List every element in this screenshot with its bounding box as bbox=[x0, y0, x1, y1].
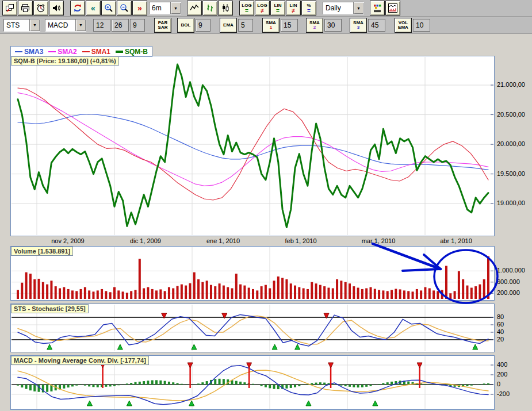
volume-chart-panel[interactable] bbox=[10, 246, 495, 301]
macd-histogram-bar bbox=[214, 379, 216, 385]
scale-button-op: ≠ bbox=[292, 8, 295, 13]
volume-bar bbox=[307, 289, 309, 299]
volume-bar bbox=[483, 279, 485, 299]
ema-button[interactable]: EMA bbox=[220, 18, 237, 33]
sma2-button[interactable]: SMA 2 bbox=[306, 18, 323, 33]
line-chart-type-button[interactable] bbox=[187, 1, 202, 16]
sma1-button[interactable]: SMA 1 bbox=[262, 18, 280, 33]
date-axis-label: ene 1, 2010 bbox=[194, 237, 252, 244]
volume-bar bbox=[269, 288, 271, 299]
volume-bar bbox=[122, 291, 124, 299]
scroll-back-button[interactable]: « bbox=[86, 1, 101, 16]
macd-histogram-bar bbox=[239, 382, 242, 385]
range-select-value: 6m bbox=[150, 4, 170, 12]
charting-app-window: { "toolbar_top": { "range_value": "6m", … bbox=[0, 0, 532, 411]
volume-bar bbox=[155, 290, 158, 299]
chevron-down-icon[interactable]: ▼ bbox=[353, 2, 363, 14]
zoom-in-icon bbox=[104, 3, 113, 13]
sma1-param-field[interactable]: 15 bbox=[281, 19, 298, 32]
macd-slow-field[interactable]: 26 bbox=[112, 19, 129, 32]
volume-bar bbox=[357, 288, 359, 299]
zoom-in-button[interactable] bbox=[101, 1, 116, 16]
volume-bar bbox=[143, 288, 145, 299]
volume-bar bbox=[130, 291, 132, 299]
macd-histogram-bar bbox=[177, 383, 179, 385]
date-axis-label: nov 2, 2009 bbox=[39, 237, 97, 244]
volume-bar bbox=[223, 286, 225, 299]
chart-type-group bbox=[187, 1, 234, 16]
volume-bar bbox=[75, 291, 78, 299]
parsar-button[interactable]: PAR SAR bbox=[154, 18, 171, 33]
macd-histogram-bar bbox=[201, 382, 204, 385]
scale-log-notequal-button[interactable]: LOG ≠ bbox=[255, 1, 270, 16]
volume-bar bbox=[454, 291, 456, 299]
scale-button-op: = bbox=[307, 8, 311, 13]
sma3-param-field[interactable]: 45 bbox=[368, 19, 385, 32]
volume-bar bbox=[67, 289, 70, 299]
new-chart-button[interactable] bbox=[2, 1, 17, 16]
bollinger-button[interactable]: BOL bbox=[177, 18, 194, 33]
volume-bar bbox=[382, 290, 384, 299]
macd-histogram-bar bbox=[33, 385, 36, 391]
scale-log-equal-button[interactable]: LOG = bbox=[239, 1, 254, 16]
chevron-down-icon[interactable]: ▼ bbox=[170, 2, 181, 14]
scale-lin-notequal-button[interactable]: LIN ≠ bbox=[286, 1, 301, 16]
volume-bar bbox=[441, 290, 443, 299]
sqmb-line-swatch bbox=[116, 51, 123, 53]
refresh-button[interactable] bbox=[70, 1, 85, 16]
buy-signal-triangle bbox=[87, 401, 92, 406]
ohlc-chart-type-button[interactable] bbox=[202, 1, 217, 16]
volume-bar bbox=[227, 287, 229, 299]
stochastic-panel-title: STS - Stochastic [29,55] bbox=[11, 304, 89, 313]
buy-signal-triangle bbox=[295, 344, 300, 349]
buy-signal-triangle bbox=[117, 344, 123, 349]
palette-button[interactable] bbox=[370, 1, 385, 16]
range-select[interactable]: 6m ▼ bbox=[149, 2, 181, 14]
scroll-forward-button[interactable]: » bbox=[132, 1, 147, 16]
scale-lin-equal-button[interactable]: LIN = bbox=[270, 1, 285, 16]
macd-histogram-bar bbox=[345, 385, 347, 386]
macd-histogram-bar bbox=[424, 384, 426, 385]
chevron-down-icon[interactable]: ▼ bbox=[29, 20, 40, 31]
macd-histogram-bar bbox=[21, 385, 23, 387]
chevron-down-icon[interactable]: ▼ bbox=[75, 20, 86, 31]
sound-button[interactable] bbox=[49, 1, 64, 16]
macd-histogram-bar bbox=[374, 385, 376, 385]
bollinger-param-field[interactable]: 9 bbox=[196, 19, 210, 32]
macd-histogram-bar bbox=[378, 384, 380, 385]
macd-histogram-bar bbox=[135, 382, 137, 385]
candlestick-chart-type-button[interactable] bbox=[218, 1, 233, 16]
alarm-button[interactable] bbox=[33, 1, 48, 16]
volume-panel-title: Volume [1.538.891] bbox=[11, 247, 73, 256]
ema-param-field[interactable]: 5 bbox=[238, 19, 253, 32]
volume-axis-label: 600.000 bbox=[497, 278, 520, 285]
volume-bar bbox=[365, 288, 368, 299]
macd-histogram-bar bbox=[130, 383, 132, 385]
volume-bar bbox=[50, 281, 52, 299]
print-button[interactable] bbox=[18, 1, 33, 16]
sma3-button[interactable]: SMA 3 bbox=[350, 18, 367, 33]
scale-percent-button[interactable]: % = bbox=[301, 1, 316, 16]
volume-bar bbox=[407, 291, 409, 299]
sma2-legend-label: SMA2 bbox=[58, 48, 76, 56]
macd-histogram-bar bbox=[349, 385, 351, 387]
volume-bar bbox=[311, 282, 313, 299]
volema-param-field[interactable]: 10 bbox=[413, 19, 430, 32]
ema-label: EMA bbox=[223, 23, 234, 28]
palette-icon bbox=[373, 3, 382, 13]
indicator-select-2[interactable]: MACD ▼ bbox=[45, 19, 86, 32]
sma2-param-field[interactable]: 30 bbox=[324, 19, 342, 32]
indicator-select-1[interactable]: STS ▼ bbox=[3, 19, 40, 32]
volume-bar bbox=[458, 271, 460, 299]
volema-button[interactable]: VOL EMA bbox=[395, 18, 412, 33]
zoom-out-button[interactable] bbox=[117, 1, 132, 16]
macd-fast-field[interactable]: 12 bbox=[93, 19, 110, 32]
macd-histogram-bar bbox=[315, 383, 317, 385]
period-select[interactable]: Daily ▼ bbox=[323, 2, 364, 14]
volume-bar bbox=[42, 282, 44, 299]
macd-signal-field[interactable]: 9 bbox=[130, 19, 145, 32]
indicator-window-button[interactable] bbox=[385, 1, 400, 16]
price-chart-panel[interactable] bbox=[10, 56, 495, 236]
alarm-clock-icon bbox=[36, 3, 45, 13]
volume-bar bbox=[361, 289, 363, 299]
